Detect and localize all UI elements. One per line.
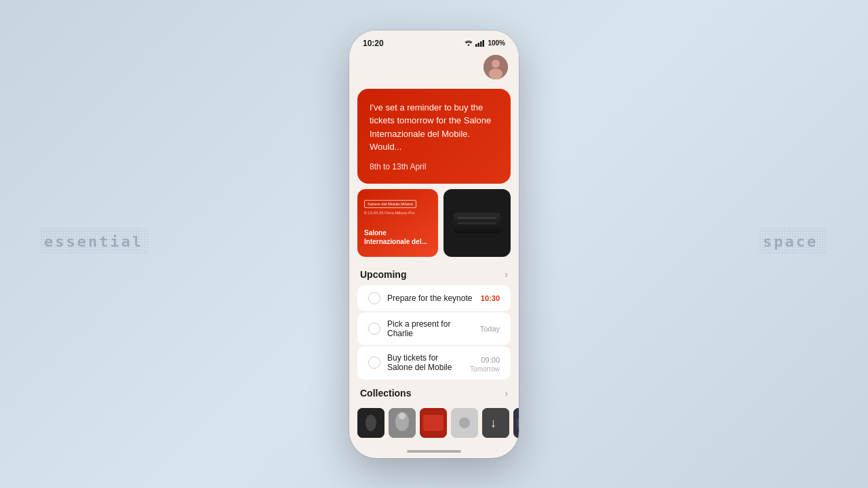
task-name-3: Buy tickets for Salone del Mobile — [387, 353, 463, 372]
collection-thumb-6[interactable] — [513, 408, 519, 438]
collection-thumb-2[interactable] — [389, 408, 416, 438]
phone-header — [349, 52, 519, 85]
home-indicator — [349, 443, 519, 458]
status-time: 10:20 — [363, 39, 384, 48]
battery-text: 100% — [488, 39, 505, 47]
svg-point-18 — [399, 413, 406, 420]
wifi-icon — [465, 40, 473, 47]
task-name-1: Prepare for the keynote — [387, 293, 474, 303]
task-time-secondary-3: Tomorrow — [470, 365, 500, 373]
card-keyboard[interactable] — [443, 189, 511, 257]
svg-rect-9 — [480, 41, 482, 47]
task-circle-1 — [368, 292, 380, 304]
right-brand-text: space — [760, 228, 827, 260]
svg-rect-10 — [483, 40, 485, 47]
banner-date: 8th to 13th April — [370, 162, 498, 171]
svg-rect-8 — [478, 43, 480, 47]
task-name-2: Pick a present for Charlie — [387, 319, 473, 338]
svg-rect-4 — [760, 228, 827, 255]
svg-point-12 — [492, 60, 500, 68]
collection-thumb-1[interactable] — [357, 408, 384, 438]
svg-text:↓: ↓ — [490, 416, 496, 430]
task-item-3[interactable]: Buy tickets for Salone del Mobile 09:00 … — [357, 346, 511, 380]
task-circle-2 — [368, 323, 380, 335]
salone-logo: Salone del Mobile.Milano — [364, 200, 416, 208]
collection-thumb-5[interactable]: ↓ — [482, 408, 509, 438]
task-time-group-3: 09:00 Tomorrow — [470, 353, 500, 373]
task-time-3: 09:00 — [481, 356, 500, 364]
collections-row: ↓ — [349, 403, 519, 443]
keyboard-image — [454, 213, 500, 233]
svg-point-15 — [366, 415, 376, 431]
svg-point-13 — [489, 68, 502, 79]
status-icons: 100% — [465, 39, 505, 47]
collection-thumb-3[interactable] — [420, 408, 447, 438]
banner-text: I've set a reminder to buy the tickets t… — [370, 101, 498, 154]
salone-title: Salone Internazionale del... — [364, 228, 431, 246]
upcoming-header: Upcoming › — [349, 262, 519, 284]
upcoming-title: Upcoming — [360, 269, 406, 280]
svg-rect-1 — [41, 228, 149, 255]
collection-thumb-4[interactable] — [451, 408, 478, 438]
collections-header: Collections › — [349, 381, 519, 403]
task-time-1: 10:30 — [481, 294, 500, 302]
banner-card[interactable]: I've set a reminder to buy the tickets t… — [357, 89, 511, 184]
home-bar — [407, 450, 461, 453]
upcoming-arrow[interactable]: › — [505, 269, 508, 280]
salone-dates: 8-13.04.25 Fiera Milano-Pro — [364, 211, 431, 215]
task-circle-3 — [368, 357, 380, 369]
task-time-2: Today — [480, 325, 500, 333]
signal-icon — [475, 40, 485, 47]
collections-title: Collections — [360, 388, 411, 399]
left-brand-text: essential — [41, 228, 149, 260]
task-item-2[interactable]: Pick a present for Charlie Today — [357, 312, 511, 345]
avatar[interactable] — [484, 55, 508, 79]
task-item-1[interactable]: Prepare for the keynote 10:30 — [357, 285, 511, 311]
svg-rect-20 — [423, 415, 443, 431]
card-salone[interactable]: Salone del Mobile.Milano 8-13.04.25 Fier… — [357, 189, 438, 257]
status-bar: 10:20 100% — [349, 30, 519, 52]
phone-device: 10:20 100% — [349, 30, 519, 458]
cards-row: Salone del Mobile.Milano 8-13.04.25 Fier… — [357, 189, 511, 257]
svg-point-22 — [459, 418, 470, 428]
collections-arrow[interactable]: › — [505, 388, 508, 399]
svg-rect-7 — [475, 44, 477, 47]
svg-point-6 — [468, 44, 469, 45]
svg-rect-26 — [517, 418, 519, 428]
